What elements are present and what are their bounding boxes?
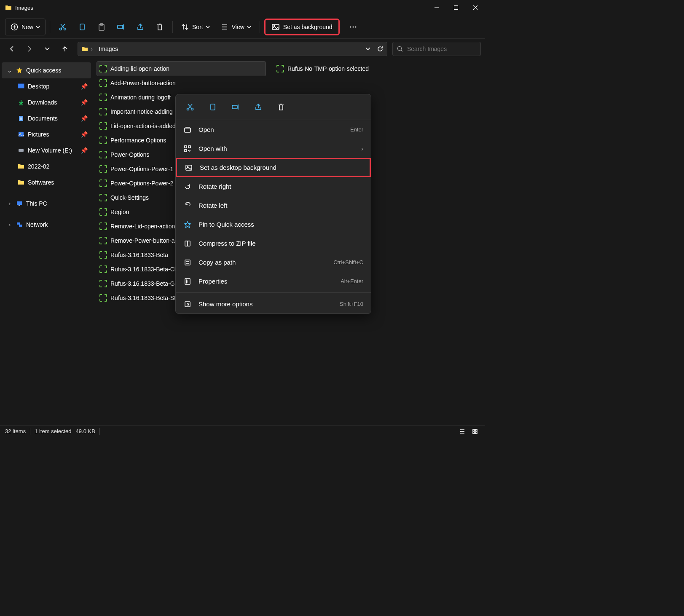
ctx-label: Compress to ZIP file: [198, 240, 256, 247]
sidebar-item-new-volume[interactable]: New Volume (E:) 📌: [13, 142, 91, 158]
delete-button[interactable]: [151, 19, 168, 35]
svg-point-23: [355, 26, 356, 27]
image-thumbnail-icon: [99, 237, 107, 244]
file-name: Lid-open-action-is-added: [110, 123, 176, 129]
pin-icon: 📌: [80, 115, 88, 122]
sidebar-this-pc[interactable]: › This PC: [2, 196, 91, 212]
thumbnails-view-button[interactable]: [470, 427, 480, 436]
svg-point-61: [186, 282, 187, 283]
more-button[interactable]: [345, 19, 362, 35]
sidebar-item-downloads[interactable]: Downloads 📌: [13, 94, 91, 110]
ctx-label: Pin to Quick access: [198, 221, 254, 228]
view-label: View: [232, 24, 244, 30]
ctx-properties[interactable]: Properties Alt+Enter: [176, 272, 371, 291]
file-item[interactable]: Adding-lid-open-action: [97, 62, 266, 76]
ctx-set-desktop-background[interactable]: Set as desktop background: [176, 158, 371, 177]
rename-button[interactable]: [113, 19, 129, 35]
ctx-label: Rotate left: [198, 202, 227, 209]
sidebar-network[interactable]: › Network: [2, 217, 91, 233]
properties-icon: [183, 277, 192, 286]
share-button[interactable]: [132, 19, 149, 35]
sidebar-item-2022-02[interactable]: 2022-02: [13, 158, 91, 174]
minimize-button[interactable]: [427, 0, 446, 15]
folder-icon: [18, 179, 24, 186]
ctx-cut-button[interactable]: [183, 100, 197, 114]
sidebar-item-label: Downloads: [28, 99, 57, 106]
sidebar-item-documents[interactable]: Documents 📌: [13, 110, 91, 126]
image-thumbnail-icon: [99, 65, 107, 72]
ctx-delete-button[interactable]: [274, 100, 288, 114]
back-button[interactable]: [4, 41, 19, 56]
ctx-rotate-left[interactable]: Rotate left: [176, 196, 371, 215]
svg-rect-11: [80, 24, 84, 30]
close-button[interactable]: [466, 0, 485, 15]
image-thumbnail-icon: [99, 165, 107, 173]
details-view-button[interactable]: [457, 427, 467, 436]
ctx-rename-button[interactable]: [229, 100, 242, 114]
cut-button[interactable]: [54, 19, 71, 35]
ctx-rotate-right[interactable]: Rotate right: [176, 177, 371, 196]
breadcrumb[interactable]: Images: [99, 46, 118, 52]
window-folder-icon: [5, 4, 12, 11]
svg-rect-36: [17, 201, 22, 205]
pin-icon: 📌: [80, 147, 88, 154]
svg-line-43: [188, 104, 192, 108]
file-item[interactable]: Add-Power-button-action: [97, 76, 266, 90]
image-thumbnail-icon: [99, 194, 107, 201]
recent-button[interactable]: [40, 41, 55, 56]
sidebar-quick-access[interactable]: ⌄ Quick access: [2, 62, 91, 78]
svg-line-9: [62, 24, 65, 28]
ctx-share-button[interactable]: [252, 100, 265, 114]
address-bar[interactable]: › Images: [78, 42, 387, 56]
address-dropdown[interactable]: [365, 46, 371, 52]
separator: [50, 21, 50, 33]
maximize-button[interactable]: [446, 0, 466, 15]
new-button[interactable]: New: [5, 19, 46, 35]
network-icon: [16, 221, 23, 228]
paste-button[interactable]: [93, 19, 110, 35]
copy-button[interactable]: [74, 19, 91, 35]
svg-rect-1: [454, 6, 458, 10]
open-icon: [183, 126, 192, 134]
image-thumbnail-icon: [99, 265, 107, 273]
svg-rect-67: [475, 429, 477, 431]
ctx-copy-as-path[interactable]: Copy as path Ctrl+Shift+C: [176, 253, 371, 272]
pictures-icon: [18, 131, 24, 138]
title-bar: Images: [0, 0, 485, 15]
ctx-copy-button[interactable]: [206, 100, 220, 114]
up-button[interactable]: [57, 41, 72, 56]
view-button[interactable]: View: [217, 19, 255, 35]
sidebar-item-pictures[interactable]: Pictures 📌: [13, 126, 91, 142]
sidebar-item-label: This PC: [26, 200, 47, 207]
chevron-right-icon: ›: [7, 200, 13, 207]
set-as-background-button[interactable]: Set as background: [264, 19, 340, 35]
sort-button[interactable]: Sort: [177, 19, 214, 35]
pin-icon: 📌: [80, 131, 88, 138]
search-input[interactable]: Search Images: [392, 42, 481, 56]
file-name: Important-notice-adding: [110, 108, 173, 115]
forward-button[interactable]: [22, 41, 37, 56]
ctx-pin-quick-access[interactable]: Pin to Quick access: [176, 215, 371, 234]
image-thumbnail-icon: [99, 108, 107, 115]
file-name: Rufus-3.16.1833-Beta-Start: [110, 295, 182, 301]
svg-rect-48: [185, 146, 187, 148]
ctx-open[interactable]: Open Enter: [176, 120, 371, 139]
file-name: Adding-lid-open-action: [110, 65, 169, 72]
ctx-open-with[interactable]: Open with ›: [176, 139, 371, 158]
status-size: 49.0 KB: [76, 428, 95, 434]
svg-rect-69: [475, 432, 477, 434]
image-thumbnail-icon: [99, 294, 107, 302]
file-name: Region: [110, 209, 129, 215]
sidebar-item-softwares[interactable]: Softwares: [13, 174, 91, 190]
sidebar-item-desktop[interactable]: Desktop 📌: [13, 78, 91, 94]
separator: [30, 428, 30, 435]
chevron-down-icon: [206, 25, 210, 29]
ctx-compress-zip[interactable]: Compress to ZIP file: [176, 234, 371, 253]
file-name: Performance Options: [110, 137, 166, 144]
refresh-button[interactable]: [377, 46, 384, 52]
chevron-right-icon: ›: [7, 221, 13, 228]
file-item[interactable]: Rufus-No-TMP-option-selected: [274, 62, 443, 76]
ctx-show-more-options[interactable]: Show more options Shift+F10: [176, 295, 371, 313]
svg-rect-35: [19, 149, 24, 152]
ctx-shortcut: Enter: [350, 126, 363, 133]
